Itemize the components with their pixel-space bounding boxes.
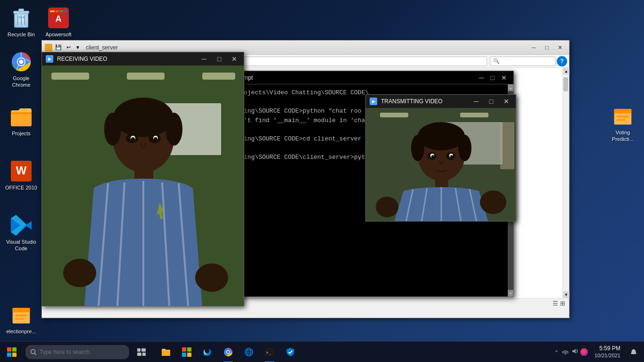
windows-logo-icon [7, 347, 17, 357]
tray-volume-icon[interactable] [571, 348, 578, 356]
office-2010-icon[interactable]: W OFFICE 2010 [2, 158, 40, 193]
fe-dropdown-btn[interactable]: ▼ [74, 44, 82, 51]
taskbar: >_ ^ [0, 341, 644, 362]
svg-rect-52 [460, 113, 488, 117]
tray-time[interactable]: 5:59 PM 10/21/2021 [591, 345, 624, 359]
receiving-minimize-btn[interactable]: ─ [198, 53, 210, 65]
svg-point-57 [458, 135, 471, 161]
svg-rect-86 [187, 353, 191, 357]
svg-point-46 [154, 137, 157, 141]
transmitting-video-titlebar: ▶ TRANSMITTING VIDEO ─ □ ✕ [366, 95, 516, 108]
transmitting-video-content [366, 108, 516, 221]
fe-undo-btn[interactable]: ↩ [65, 43, 73, 51]
file-explorer-taskbar-icon [161, 348, 171, 356]
svg-point-71 [376, 197, 398, 217]
fe-scroll-thumb[interactable] [563, 77, 568, 91]
svg-point-33 [104, 113, 121, 146]
fe-minimize-btn[interactable]: ─ [528, 42, 540, 53]
taskbar-search[interactable] [25, 345, 129, 359]
svg-rect-73 [7, 347, 11, 352]
voting-icon[interactable]: Voting Predicti... [604, 103, 642, 145]
projects-icon[interactable]: Projects [2, 104, 40, 139]
transmitting-close-btn[interactable]: ✕ [501, 96, 512, 107]
svg-point-48 [195, 263, 228, 292]
task-view-btn[interactable] [131, 342, 152, 362]
svg-rect-24 [617, 116, 629, 117]
fe-help-btn[interactable]: ? [557, 56, 567, 66]
taskbar-tray: ^ ! [551, 342, 644, 362]
svg-rect-76 [12, 353, 17, 357]
tray-show-hidden-btn[interactable]: ^ [554, 349, 559, 355]
taskbar-edge[interactable] [197, 342, 218, 362]
fe-view-controls: ☰ ⊞ [553, 300, 565, 307]
svg-point-70 [480, 190, 506, 214]
notification-icon [630, 348, 637, 356]
svg-rect-11 [64, 10, 67, 12]
svg-rect-99 [631, 353, 636, 354]
cmd-taskbar-icon: >_ [265, 348, 274, 356]
cmd-scroll-down[interactable]: ▼ [508, 290, 513, 296]
taskbar-cmd[interactable]: >_ [259, 342, 280, 362]
svg-rect-2 [19, 9, 24, 12]
tray-clock: 5:59 PM [594, 345, 620, 353]
taskbar-security[interactable] [280, 342, 301, 362]
svg-rect-74 [12, 347, 17, 352]
tray-notification-icon[interactable]: ! [580, 348, 588, 356]
security-icon [286, 347, 295, 357]
cmd-minimize-btn[interactable]: ─ [476, 72, 487, 83]
taskbar-search-input[interactable] [40, 349, 115, 355]
svg-text:W: W [16, 164, 27, 177]
tray-network-icon[interactable] [561, 348, 569, 356]
fe-search-input[interactable]: 🔍 [490, 57, 556, 66]
transmitting-maximize-btn[interactable]: □ [486, 96, 497, 107]
fe-scroll-up[interactable]: ▲ [563, 68, 570, 74]
svg-point-97 [564, 354, 566, 355]
svg-rect-79 [137, 348, 140, 352]
taskbar-chrome[interactable] [218, 342, 239, 362]
tray-notification-btn[interactable] [627, 342, 640, 362]
svg-rect-21 [15, 318, 24, 320]
svg-line-78 [35, 353, 37, 355]
vscode-icon[interactable]: Visual Studio Code [2, 212, 40, 254]
fe-save-btn[interactable]: 💾 [53, 43, 64, 51]
receiving-maximize-btn[interactable]: □ [214, 53, 225, 65]
taskbar-store[interactable] [176, 342, 197, 362]
fe-view-grid-btn[interactable]: ⊞ [560, 300, 565, 307]
election-icon[interactable]: electionpre... [2, 302, 40, 337]
cmd-close-btn[interactable]: ✕ [498, 72, 510, 83]
taskbar-apps: >_ [156, 342, 301, 362]
taskbar-file-explorer[interactable] [156, 342, 176, 362]
cmd-titlebar: Command Prompt ─ □ ✕ [203, 71, 513, 84]
svg-rect-20 [15, 315, 27, 316]
recycle-bin-icon[interactable]: Recycle Bin [2, 5, 40, 40]
taskbar-ie[interactable] [239, 342, 259, 362]
cmd-scroll-up[interactable]: ▲ [508, 84, 513, 91]
fe-scroll-down[interactable]: ▼ [563, 291, 570, 298]
fe-view-list-btn[interactable]: ☰ [553, 300, 558, 307]
chrome-taskbar-icon [223, 347, 233, 357]
svg-rect-51 [380, 113, 408, 117]
receiving-close-btn[interactable]: ✕ [229, 53, 240, 65]
fe-close-btn[interactable]: ✕ [554, 42, 566, 53]
start-button[interactable] [0, 342, 24, 362]
tray-icons: ! [561, 348, 588, 356]
fe-title: client_server [86, 44, 118, 51]
fe-maximize-btn[interactable]: □ [541, 42, 553, 53]
fe-quick-access-icon [45, 44, 52, 51]
receiving-video-content [42, 66, 244, 306]
svg-rect-85 [182, 353, 186, 357]
svg-rect-75 [7, 353, 11, 357]
svg-point-69 [450, 155, 453, 158]
tray-colored-icon-inner: ! [582, 350, 586, 354]
apowersoft-icon[interactable]: A Apowersoft [40, 5, 77, 40]
transmitting-minimize-btn[interactable]: ─ [471, 96, 482, 107]
svg-text:!: ! [584, 351, 585, 354]
svg-point-55 [418, 122, 465, 150]
ie-icon [244, 347, 254, 357]
svg-rect-83 [182, 347, 186, 352]
svg-rect-25 [617, 119, 625, 121]
svg-rect-27 [51, 73, 89, 80]
cmd-maximize-btn[interactable]: □ [487, 72, 498, 83]
receiving-video-icon: ▶ [46, 55, 53, 63]
google-chrome-icon[interactable]: Google Chrome [2, 49, 40, 90]
